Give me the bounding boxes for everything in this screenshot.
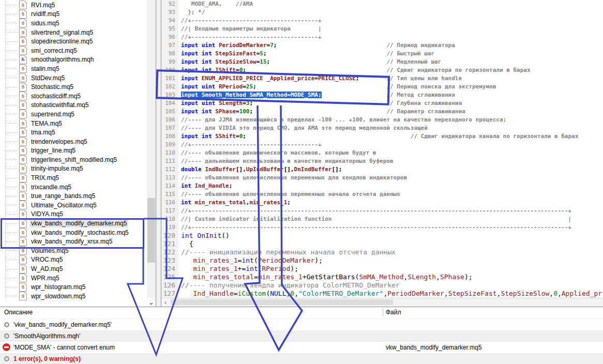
code-line[interactable]: 96//+-----------------------------------… xyxy=(161,33,603,41)
tree-item[interactable]: 5WPR.mq5 xyxy=(0,274,146,283)
tree-item[interactable]: 5TEMA.mq5 xyxy=(0,119,146,128)
code-line[interactable]: 122//---- инициализация переменных начал… xyxy=(161,248,603,256)
code-line[interactable]: 123 min_rates_1=int(PeriodDeMarker); xyxy=(161,256,603,265)
code-line[interactable]: 99input int StepSizeSlow=15; // Медленны… xyxy=(161,58,603,66)
tree-item[interactable]: 5trigger_line.mq5 xyxy=(0,146,146,156)
code-text: input uint PeriodDeMarker=7; // Период и… xyxy=(178,41,455,50)
mq5-file-icon: 5 xyxy=(19,10,27,19)
tree-item[interactable]: 5RVI.mq5 xyxy=(0,1,146,10)
output-row[interactable]: 1 error(s), 0 warning(s) xyxy=(0,353,603,364)
code-text: int min_rates_total,min_rates_1; xyxy=(178,199,291,207)
tree-item[interactable]: 5wpr_histogram.mq5 xyxy=(0,282,146,292)
tree-item-label: trixcandle.mq5 xyxy=(29,183,73,191)
hscroll-thumb[interactable] xyxy=(171,299,393,305)
tree-item[interactable]: 5vkw_bands_modify_xrsx.mq5 xyxy=(0,237,146,246)
tree-item[interactable]: 5vkw_bands_modify_demarker.mq5 xyxy=(0,219,146,228)
code-line[interactable]: 94//+-----------------------------------… xyxy=(161,17,603,25)
tree-guide-line xyxy=(5,41,18,42)
code-line[interactable]: 127 Ind_Handle=iCustom(NULL,0,"ColorMETR… xyxy=(161,290,603,298)
tree-scrollbar-thumb[interactable] xyxy=(147,198,155,263)
tree-item[interactable]: 5W_AD.mq5 xyxy=(0,264,146,274)
tree-item[interactable]: 5trendenvelopes.mq5 xyxy=(0,137,146,146)
tree-item[interactable]: 5vkw_bands_modify_stochastic.mq5 xyxy=(0,228,146,237)
tree-item[interactable]: hsmoothalgorithms.mqh xyxy=(0,55,146,65)
tree-item[interactable]: 5stochasticdiff.mq5 xyxy=(0,92,146,101)
tree-item[interactable]: 5silvertrend_signal.mq5 xyxy=(0,28,146,37)
code-line[interactable]: 114int Ind_Handle; xyxy=(161,182,603,190)
line-number: 103 xyxy=(161,91,178,99)
mq5-file-icon: 5 xyxy=(19,274,27,282)
output-row[interactable]: 'SmoothAlgorithms.mqh' xyxy=(0,330,603,342)
tree-guide-line xyxy=(5,241,18,242)
tree-item[interactable]: 5Volumes.mq5 xyxy=(0,246,146,255)
output-column-separator[interactable] xyxy=(383,309,383,316)
tree-item[interactable]: 5wpr_slowdown.mq5 xyxy=(0,292,146,301)
line-number: 109 xyxy=(161,141,178,149)
code-line[interactable]: 104input uint SLength=3; // Глубина сгла… xyxy=(161,99,603,108)
editor-horizontal-scrollbar[interactable]: ‹ xyxy=(161,298,603,307)
code-line[interactable]: 119//+----------------------------------… xyxy=(161,223,603,232)
code-line[interactable]: 111//---- дальнейшем использованы в каче… xyxy=(161,157,603,165)
mq5-file-icon: 5 xyxy=(19,265,27,274)
code-line[interactable]: 126//---- получение хендла индикатора Co… xyxy=(161,281,603,290)
code-line[interactable]: 107//---- для VIDIA это период CMO, для … xyxy=(161,124,603,132)
tree-scrollbar-down-arrow-icon[interactable]: ⌄ xyxy=(147,298,156,307)
tree-item[interactable]: 5TRIX.mq5 xyxy=(0,173,146,183)
code-line[interactable]: 112double IndBuffer[],UpIndBuffer[],DnIn… xyxy=(161,165,603,174)
tree-item[interactable]: 5sidus.mq5 xyxy=(0,19,146,28)
tree-item[interactable]: 5stohasticwithflat.mq5 xyxy=(0,101,146,110)
code-line[interactable]: 102input uint RPeriod=25; // Период поис… xyxy=(161,83,603,91)
code-line[interactable]: 124 min_rates_1+=int(RPeriod); xyxy=(161,265,603,273)
output-rows: 'vkw_bands_modify_demarker.mq5''SmoothAl… xyxy=(0,319,603,364)
tree-item[interactable]: 5true_range_bands.mq5 xyxy=(0,191,146,201)
code-line[interactable]: 92 MODE_AMA, //AMA xyxy=(161,0,603,8)
tree-item[interactable]: 5Stochastic.mq5 xyxy=(0,82,146,92)
code-line[interactable]: 95//| Входные параметры индикатора | xyxy=(161,25,603,33)
tree-item[interactable]: 5slopedirectionline.mq5 xyxy=(0,37,146,46)
code-line[interactable]: 101input ENUM_APPLIED_PRICE _Applied_pri… xyxy=(161,74,603,83)
code-line[interactable]: 113//---- объявление целочисленных перем… xyxy=(161,174,603,182)
code-text: MODE_AMA, //AMA xyxy=(178,0,253,8)
tree-item[interactable]: 5supertrend.mq5 xyxy=(0,110,146,119)
code-line[interactable]: 125 min_rates_total=min_rates_1+GetStart… xyxy=(161,273,603,281)
tree-guide-line xyxy=(5,32,18,33)
tree-item[interactable]: 5StdDev.mq5 xyxy=(0,73,146,83)
tree-item[interactable]: 5trinity-impulse.mq5 xyxy=(0,164,146,174)
tree-item[interactable]: 5triggerlines_shift_modified.mq5 xyxy=(0,155,146,164)
code-line[interactable]: 100input int IShift=0; // Сдвиг индикато… xyxy=(161,66,603,74)
line-number: 95 xyxy=(161,25,178,33)
code-line[interactable]: 117//+----------------------------------… xyxy=(161,207,603,215)
tree-item[interactable]: 5tma.mq5 xyxy=(0,128,146,137)
code-line[interactable]: 116int min_rates_total,min_rates_1; xyxy=(161,199,603,207)
line-number: 104 xyxy=(161,99,178,108)
code-line[interactable]: 108input int SShift=0; // Сдвиг индикато… xyxy=(161,132,603,141)
code-line[interactable]: 121 { xyxy=(161,240,603,248)
tree-item[interactable]: 5stalin.mq5 xyxy=(0,64,146,73)
code-line[interactable]: 93 }; */ xyxy=(161,8,603,17)
tree-item[interactable]: 5VIDYA.mq5 xyxy=(0,210,146,219)
code-line[interactable]: 97input uint PeriodDeMarker=7; // Период… xyxy=(161,41,603,50)
code-line[interactable]: 120int OnInit() xyxy=(161,232,603,240)
tree-item[interactable]: 5rvidiff.mq5 xyxy=(0,10,146,19)
tree-item[interactable]: 5Ultimate_Oscillator.mq5 xyxy=(0,201,146,210)
output-row[interactable]: 'MODE_SMA' - cannot convert enumvkw_band… xyxy=(0,342,603,353)
code-line[interactable]: 106//---- для JJMA изменяющийся в предел… xyxy=(161,116,603,124)
tree-vertical-scrollbar[interactable]: ⌄ xyxy=(147,0,156,307)
code-editor[interactable]: 92 MODE_AMA, //AMA93 }; */94//+---------… xyxy=(161,0,603,307)
code-line[interactable]: 115//---- объявление целочисленных перем… xyxy=(161,190,603,199)
hscroll-left-arrow-icon[interactable]: ‹ xyxy=(161,298,170,306)
code-line[interactable]: 98input int StepSizeFast=5; // Быстрый ш… xyxy=(161,50,603,58)
panel-splitter[interactable] xyxy=(156,0,161,307)
code-line[interactable]: 103input Smooth_Method SmMA_Method=MODE_… xyxy=(161,91,603,99)
tree-item[interactable]: 5smi_correct.mq5 xyxy=(0,46,146,55)
code-line[interactable]: 105input int SPhase=100; // Параметр сгл… xyxy=(161,108,603,116)
output-row-description: 'vkw_bands_modify_demarker.mq5' xyxy=(13,321,112,328)
tree-item[interactable]: 5trixcandle.mq5 xyxy=(0,183,146,192)
code-text: min_rates_1=int(PeriodDeMarker); xyxy=(178,256,323,265)
output-row[interactable]: 'vkw_bands_modify_demarker.mq5' xyxy=(0,319,603,330)
code-line[interactable]: 118//| Custom indicator initialization f… xyxy=(161,215,603,223)
tree-guide-line xyxy=(5,5,18,5)
code-line[interactable]: 109//+----------------------------------… xyxy=(161,141,603,149)
tree-item[interactable]: 5VROC.mq5 xyxy=(0,255,146,265)
code-line[interactable]: 110//---- объявление динамического масси… xyxy=(161,149,603,157)
